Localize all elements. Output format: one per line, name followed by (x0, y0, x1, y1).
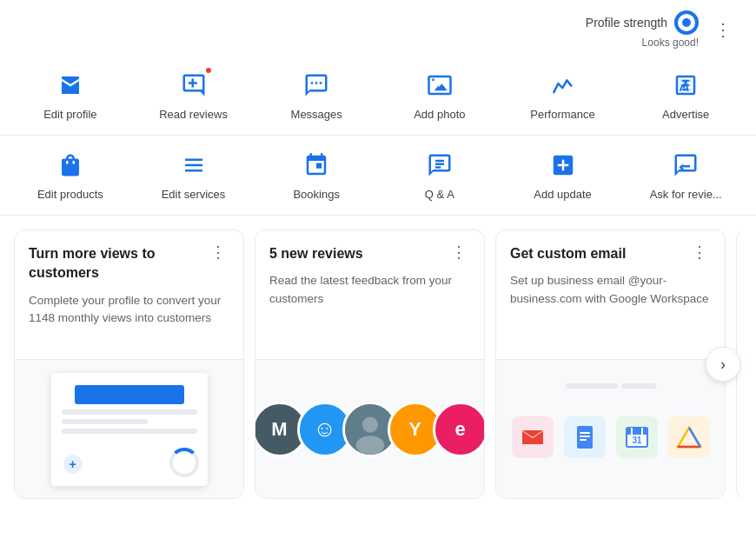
card-email-title: Get custom email (510, 244, 688, 263)
nav-item-add-photo[interactable]: Add photo (378, 63, 501, 128)
svg-rect-6 (580, 439, 587, 441)
reviews-badge (204, 66, 213, 75)
services-icon (178, 150, 209, 181)
profile-strength: Profile strength Looks good! (586, 10, 699, 49)
nav-item-edit-services[interactable]: Edit services (132, 143, 255, 208)
performance-icon (547, 70, 579, 101)
strength-circle (674, 10, 699, 35)
header: Profile strength Looks good! ⋮ (0, 0, 756, 56)
google-workspace-icons: 31 (496, 399, 725, 476)
add-update-label: Add update (534, 188, 592, 201)
plus-icon: + (63, 455, 83, 474)
looks-good-text: Looks good! (642, 37, 699, 49)
card-reviews-title: 5 new reviews (269, 244, 448, 263)
nav-item-edit-products[interactable]: Edit products (9, 143, 132, 208)
svg-rect-4 (580, 432, 590, 434)
add-update-icon (547, 150, 579, 181)
qa-label: Q & A (425, 188, 454, 201)
nav-item-ask-review[interactable]: Ask for revie... (624, 143, 747, 208)
edit-services-label: Edit services (162, 188, 226, 201)
svg-point-1 (361, 416, 377, 432)
nav-item-edit-profile[interactable]: Edit profile (9, 63, 132, 128)
ask-review-label: Ask for revie... (650, 188, 722, 201)
nav-item-read-reviews[interactable]: Read reviews (132, 63, 255, 128)
card-views-image: + (15, 359, 243, 498)
ask-review-icon (670, 150, 701, 181)
svg-marker-12 (678, 428, 700, 447)
nav-row-1: Edit profile Read reviews Messages (0, 56, 756, 136)
card-views-desc: Complete your profile to convert your 11… (29, 292, 229, 328)
qa-icon (424, 150, 455, 181)
add-photo-label: Add photo (414, 108, 465, 121)
messages-icon (301, 70, 332, 101)
card-email-desc: Set up business email @your-business.com… (510, 272, 711, 308)
card-reviews: 5 new reviews ⋮ Read the latest feedback… (255, 229, 485, 499)
card-email: Get custom email ⋮ Set up business email… (495, 229, 726, 499)
card-reviews-image: M ☺ Y e (255, 359, 484, 498)
drive-icon (668, 416, 710, 458)
advertise-label: Advertise (662, 108, 709, 121)
nav-item-advertise[interactable]: Advertise (624, 63, 747, 128)
gmail-icon (512, 416, 554, 458)
cards-section: Turn more views to customers ⋮ Complete … (0, 216, 756, 499)
scroll-right-button[interactable]: › (706, 347, 740, 382)
avatars-group: M ☺ Y e (255, 384, 484, 475)
loading-circle (169, 448, 199, 477)
advertise-icon (670, 70, 701, 101)
performance-label: Performance (530, 108, 594, 121)
card-reviews-menu[interactable]: ⋮ (448, 244, 470, 260)
reviews-icon (178, 70, 209, 101)
bookings-icon (301, 150, 332, 181)
calendar-icon: 31 (616, 416, 658, 458)
main-container: Profile strength Looks good! ⋮ Edit prof… (0, 0, 756, 552)
cards-inner: Turn more views to customers ⋮ Complete … (14, 229, 742, 499)
edit-profile-label: Edit profile (43, 108, 96, 121)
svg-text:31: 31 (632, 436, 642, 445)
card-views: Turn more views to customers ⋮ Complete … (14, 229, 244, 499)
svg-point-2 (355, 436, 384, 455)
card-email-image: 31 (496, 359, 725, 498)
read-reviews-label: Read reviews (159, 108, 228, 121)
store-icon (55, 70, 86, 101)
add-photo-icon (424, 70, 455, 101)
nav-item-add-update[interactable]: Add update (501, 143, 625, 208)
avatar-5: e (433, 402, 485, 457)
svg-line-15 (689, 428, 700, 447)
svg-rect-5 (580, 436, 590, 437)
card-reviews-desc: Read the latest feedback from your custo… (269, 272, 470, 308)
card-views-title: Turn more views to customers (29, 244, 207, 283)
nav-item-qa[interactable]: Q & A (378, 143, 501, 208)
svg-rect-8 (627, 428, 647, 435)
card-views-illustration: + (15, 360, 243, 498)
nav-item-messages[interactable]: Messages (255, 63, 378, 128)
card-views-menu[interactable]: ⋮ (207, 244, 229, 260)
nav-item-bookings[interactable]: Bookings (255, 143, 378, 208)
products-icon (55, 150, 86, 181)
messages-label: Messages (291, 108, 342, 121)
nav-item-performance[interactable]: Performance (501, 63, 625, 128)
docs-icon (564, 416, 606, 458)
edit-products-label: Edit products (37, 188, 103, 201)
bookings-label: Bookings (293, 188, 339, 201)
header-menu-button[interactable]: ⋮ (707, 17, 739, 42)
profile-strength-label: Profile strength (586, 16, 667, 30)
nav-row-2: Edit products Edit services Bookings (0, 136, 756, 216)
card-email-menu[interactable]: ⋮ (688, 244, 711, 260)
